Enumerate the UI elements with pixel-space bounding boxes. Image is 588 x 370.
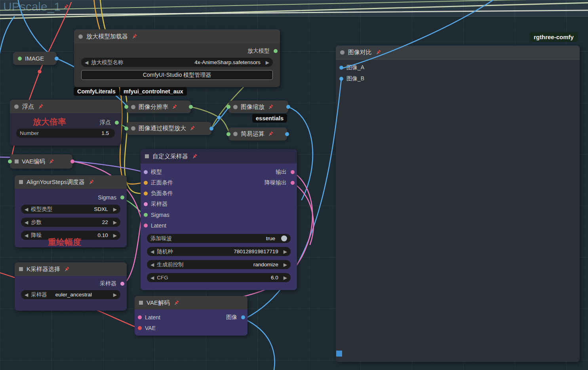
increment-icon[interactable]: ▶ (113, 233, 117, 238)
collapse-toggle[interactable] (233, 132, 238, 136)
pin-icon (38, 104, 44, 110)
output-dot[interactable] (286, 105, 290, 109)
node-upscale-model-loader[interactable]: 放大模型加载器 放大模型 ◀ 放大模型名称 4x-AnimeSharp.safe… (74, 29, 280, 87)
input-dot[interactable] (144, 192, 148, 195)
input-dot[interactable] (144, 224, 148, 228)
input-dot[interactable] (144, 202, 148, 206)
collapse-toggle[interactable] (139, 301, 143, 305)
collapse-toggle[interactable] (14, 104, 19, 109)
input-dot[interactable] (138, 315, 142, 319)
node-image-compare[interactable]: 图像对比 图像_A 图像_B (336, 46, 580, 362)
slot-label: 图像_A (346, 64, 364, 71)
collapse-toggle[interactable] (145, 154, 149, 158)
decrement-icon[interactable]: ◀ (150, 249, 154, 254)
collapse-toggle[interactable] (340, 50, 344, 55)
combo-next-icon[interactable]: ▶ (266, 60, 269, 65)
badge-essentials: essentials (252, 114, 287, 123)
toggle-knob[interactable] (281, 235, 287, 241)
node-title: IMAGE (25, 55, 44, 62)
combo-prev-icon[interactable]: ◀ (25, 207, 28, 212)
node-upscale-image-using-model[interactable]: 图像通过模型放大 (126, 122, 211, 135)
input-slot: 图像_B (336, 73, 580, 84)
widget-label: 降噪 (31, 232, 42, 239)
output-dot[interactable] (291, 170, 295, 174)
node-float[interactable]: 浮点 放大倍率 浮点 Number 1.5 (10, 100, 121, 146)
node-vae-decode[interactable]: VAE解码 Latent VAE 图像 (135, 296, 247, 336)
model-name-combo[interactable]: ◀ 放大模型名称 4x-AnimeSharp.safetensors ▶ (81, 58, 273, 67)
increment-icon[interactable]: ▶ (113, 220, 117, 225)
collapse-toggle[interactable] (18, 57, 22, 61)
seed-widget[interactable]: ◀ 随机种 780128919817719 ▶ (147, 247, 291, 256)
output-dot[interactable] (291, 181, 295, 185)
model-type-combo[interactable]: ◀ 模型类型 SDXL ▶ (21, 205, 120, 214)
number-widget[interactable]: Number 1.5 (16, 129, 115, 138)
slot-label: 负面条件 (151, 190, 173, 197)
output-dot[interactable] (209, 127, 213, 131)
collapse-toggle[interactable] (131, 105, 135, 109)
node-ays-scheduler[interactable]: AlignYourSteps调度器 Sigmas ◀ 模型类型 SDXL ▶ ◀… (15, 175, 127, 247)
output-dot[interactable] (120, 195, 124, 199)
control-after-generate-combo[interactable]: ◀ 生成前控制 randomize ▶ (147, 260, 291, 269)
output-dot[interactable] (115, 121, 119, 125)
input-dot[interactable] (144, 170, 148, 174)
output-dot[interactable] (285, 132, 289, 136)
combo-prev-icon[interactable]: ◀ (25, 292, 28, 297)
input-dot[interactable] (124, 127, 128, 131)
input-dot[interactable] (226, 105, 230, 109)
add-noise-toggle[interactable]: 添加噪波 true (147, 234, 291, 243)
output-slot: 图像 (200, 312, 247, 323)
decrement-icon[interactable]: ◀ (25, 220, 28, 225)
collapse-toggle[interactable] (19, 267, 23, 271)
collapse-toggle[interactable] (19, 180, 23, 184)
reroute-dot[interactable] (217, 116, 221, 120)
node-ksampler-select[interactable]: K采样器选择 采样器 ◀ 采样器 euler_ancestral ▶ (15, 262, 127, 311)
input-dot[interactable] (339, 66, 343, 70)
input-dot[interactable] (144, 181, 148, 185)
wire (211, 107, 229, 129)
output-dot[interactable] (189, 105, 193, 109)
collapse-toggle[interactable] (233, 105, 238, 109)
steps-widget[interactable]: ◀ 步数 22 ▶ (21, 218, 120, 227)
group-band (0, 0, 588, 17)
input-dot[interactable] (138, 326, 142, 330)
input-dot[interactable] (8, 159, 12, 163)
node-title: 图像通过模型放大 (139, 125, 186, 132)
reroute-dot[interactable] (38, 70, 42, 74)
combo-next-icon[interactable]: ▶ (113, 292, 117, 297)
node-simple-math[interactable]: 简易运算 (228, 127, 287, 140)
decrement-icon[interactable]: ◀ (25, 233, 28, 238)
collapse-toggle[interactable] (15, 159, 19, 163)
node-corner-badge[interactable] (336, 351, 342, 357)
slot-label: Latent (151, 222, 166, 229)
node-title: 浮点 (22, 103, 34, 110)
input-dot[interactable] (144, 213, 148, 217)
increment-icon[interactable]: ▶ (284, 249, 287, 254)
node-image-resolution[interactable]: 图像分辨率 (126, 101, 191, 113)
input-dot[interactable] (339, 77, 343, 81)
output-dot[interactable] (241, 315, 245, 319)
collapse-toggle[interactable] (78, 34, 83, 39)
input-dot[interactable] (124, 105, 128, 109)
model-manager-button[interactable]: ComfyUI-Studio 模型管理器 (81, 70, 273, 80)
output-dot[interactable] (274, 49, 278, 53)
combo-next-icon[interactable]: ▶ (113, 207, 117, 212)
slot-label: Sigmas (98, 194, 116, 201)
output-dot[interactable] (55, 57, 59, 61)
decrement-icon[interactable]: ◀ (150, 275, 154, 280)
node-graph-canvas[interactable]: UPscale_1 图像对比 图像_A 图像_B (0, 0, 588, 370)
input-dot[interactable] (226, 132, 230, 136)
combo-next-icon[interactable]: ▶ (284, 262, 287, 267)
collapse-toggle[interactable] (131, 126, 135, 131)
node-vae-encode[interactable]: VAE编码 (10, 154, 72, 169)
node-custom-sampler[interactable]: 自定义采样器 模型 正面条件 负面条件 采样器 Sigmas (141, 149, 297, 290)
combo-prev-icon[interactable]: ◀ (150, 262, 154, 267)
output-dot[interactable] (120, 282, 124, 286)
node-image-scale[interactable]: 图像缩放 (228, 101, 288, 113)
combo-prev-icon[interactable]: ◀ (85, 60, 88, 65)
group-title[interactable]: UPscale_1 (3, 0, 69, 13)
cfg-widget[interactable]: ◀ CFG 6.0 ▶ (147, 273, 291, 282)
output-dot[interactable] (70, 159, 74, 163)
sampler-combo[interactable]: ◀ 采样器 euler_ancestral ▶ (21, 290, 120, 299)
node-image-collapsed[interactable]: IMAGE (13, 52, 57, 65)
increment-icon[interactable]: ▶ (284, 275, 287, 280)
